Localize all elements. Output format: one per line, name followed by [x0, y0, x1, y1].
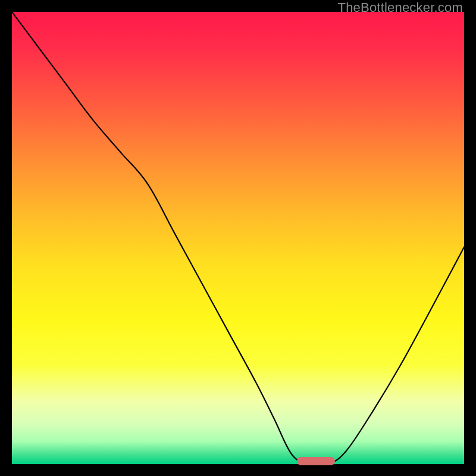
bottleneck-curve: [12, 12, 464, 464]
optimal-marker: [297, 457, 336, 465]
chart-container: TheBottlenecker.com: [0, 0, 476, 476]
plot-area: [12, 12, 464, 464]
